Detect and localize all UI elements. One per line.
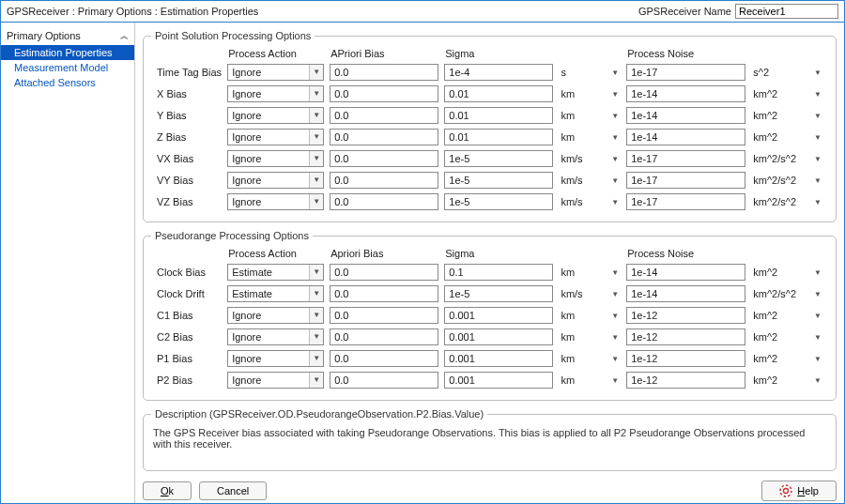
- process-noise-input[interactable]: 1e-14: [626, 85, 745, 102]
- unit-select[interactable]: km▼: [559, 107, 621, 124]
- process-action-select[interactable]: Estimate▼: [227, 285, 324, 302]
- process-action-select[interactable]: Ignore▼: [227, 85, 324, 102]
- apriori-bias-input[interactable]: 0.0: [330, 264, 438, 281]
- unit-select[interactable]: km/s▼: [559, 193, 621, 210]
- process-noise-input[interactable]: 1e-12: [626, 372, 745, 389]
- sigma-input[interactable]: 1e-5: [444, 150, 553, 167]
- group-point-solution-legend: Point Solution Processing Options: [151, 30, 315, 41]
- process-noise-input[interactable]: 1e-14: [626, 107, 745, 124]
- chevron-down-icon: ▼: [812, 376, 823, 385]
- cancel-button[interactable]: Cancel: [199, 481, 267, 500]
- process-action-select[interactable]: Ignore▼: [227, 193, 324, 210]
- sigma-input[interactable]: 0.001: [444, 372, 553, 389]
- process-action-select[interactable]: Ignore▼: [227, 107, 324, 124]
- process-noise-input[interactable]: 1e-17: [626, 150, 745, 167]
- apriori-bias-input[interactable]: 0.0: [330, 85, 438, 102]
- unit-select[interactable]: km▼: [559, 372, 621, 389]
- sigma-input[interactable]: 0.01: [444, 107, 553, 124]
- unit-select[interactable]: km/s▼: [559, 150, 621, 167]
- chevron-down-icon: ▼: [309, 65, 323, 80]
- unit-select[interactable]: km▼: [559, 264, 621, 281]
- help-button[interactable]: Help: [761, 481, 837, 501]
- ok-button[interactable]: Ok: [143, 481, 192, 500]
- apriori-bias-input[interactable]: 0.0: [330, 172, 438, 189]
- sigma-input[interactable]: 1e-5: [444, 172, 553, 189]
- unit-select[interactable]: km▼: [559, 85, 621, 102]
- process-noise-input[interactable]: 1e-14: [626, 264, 745, 281]
- unit-select[interactable]: km^2/s^2▼: [751, 285, 823, 302]
- unit-select[interactable]: km▼: [559, 350, 621, 367]
- sigma-input[interactable]: 1e-5: [444, 193, 553, 210]
- unit-select[interactable]: s▼: [559, 64, 621, 81]
- process-noise-input[interactable]: 1e-17: [626, 193, 745, 210]
- process-action-select[interactable]: Ignore▼: [227, 150, 324, 167]
- process-noise-input[interactable]: 1e-12: [626, 307, 745, 324]
- receiver-name-input[interactable]: [735, 4, 838, 19]
- apriori-bias-input[interactable]: 0.0: [330, 193, 438, 210]
- process-noise-input[interactable]: 1e-14: [626, 129, 745, 145]
- sidebar-item[interactable]: Attached Sensors: [1, 75, 134, 90]
- unit-select[interactable]: km^2▼: [751, 129, 823, 145]
- apriori-bias-input[interactable]: 0.0: [330, 129, 438, 145]
- col-sigma: Sigma: [443, 48, 554, 60]
- apriori-bias-input[interactable]: 0.0: [330, 328, 438, 345]
- unit-select[interactable]: km^2/s^2▼: [751, 150, 823, 167]
- apriori-bias-input[interactable]: 0.0: [330, 285, 438, 302]
- apriori-bias-input[interactable]: 0.0: [330, 372, 438, 389]
- unit-select[interactable]: km^2▼: [751, 372, 823, 389]
- unit-select[interactable]: km^2/s^2▼: [751, 193, 823, 210]
- unit-select[interactable]: km^2▼: [751, 264, 823, 281]
- unit-select[interactable]: km/s▼: [559, 172, 621, 189]
- apriori-bias-input[interactable]: 0.0: [330, 350, 438, 367]
- chevron-down-icon: ▼: [609, 69, 621, 77]
- table-row: VY BiasIgnore▼0.01e-5km/s▼1e-17km^2/s^2▼: [155, 171, 824, 190]
- table-row: Time Tag BiasIgnore▼0.01e-4s▼1e-17s^2▼: [155, 63, 824, 82]
- apriori-bias-input[interactable]: 0.0: [330, 64, 438, 81]
- apriori-bias-input[interactable]: 0.0: [330, 307, 438, 324]
- sidebar-header[interactable]: Primary Options ︽: [1, 28, 134, 45]
- sigma-input[interactable]: 0.01: [444, 129, 553, 145]
- process-action-select[interactable]: Ignore▼: [227, 350, 324, 367]
- chevron-down-icon: ▼: [812, 112, 823, 120]
- unit-select[interactable]: km^2▼: [751, 307, 823, 324]
- process-noise-input[interactable]: 1e-12: [626, 350, 745, 367]
- table-row: P1 BiasIgnore▼0.00.001km▼1e-12km^2▼: [155, 349, 824, 368]
- process-action-select[interactable]: Ignore▼: [227, 129, 324, 145]
- unit-select[interactable]: km^2▼: [751, 328, 823, 345]
- sigma-input[interactable]: 1e-4: [444, 64, 553, 81]
- process-action-select[interactable]: Estimate▼: [227, 264, 324, 281]
- process-action-select[interactable]: Ignore▼: [227, 307, 324, 324]
- unit-select[interactable]: km^2▼: [751, 107, 823, 124]
- sigma-input[interactable]: 1e-5: [444, 285, 553, 302]
- sigma-input[interactable]: 0.001: [444, 307, 553, 324]
- apriori-bias-input[interactable]: 0.0: [330, 107, 438, 124]
- sigma-input[interactable]: 0.001: [444, 328, 553, 345]
- unit-select[interactable]: km^2▼: [751, 85, 823, 102]
- process-noise-input[interactable]: 1e-17: [626, 64, 745, 81]
- process-noise-input[interactable]: 1e-14: [626, 285, 745, 302]
- table-row: P2 BiasIgnore▼0.00.001km▼1e-12km^2▼: [155, 371, 824, 389]
- unit-select[interactable]: km^2/s^2▼: [751, 172, 823, 189]
- process-action-select[interactable]: Ignore▼: [227, 172, 324, 189]
- process-action-select[interactable]: Ignore▼: [227, 328, 324, 345]
- sidebar: Primary Options ︽ Estimation PropertiesM…: [1, 23, 135, 503]
- apriori-bias-input[interactable]: 0.0: [330, 150, 438, 167]
- process-action-select[interactable]: Ignore▼: [227, 372, 324, 389]
- unit-select[interactable]: km^2▼: [751, 350, 823, 367]
- process-noise-input[interactable]: 1e-12: [626, 328, 745, 345]
- process-action-select[interactable]: Ignore▼: [227, 64, 324, 81]
- unit-select[interactable]: km▼: [559, 307, 621, 324]
- svg-point-1: [784, 489, 789, 494]
- unit-select[interactable]: km/s▼: [559, 285, 621, 302]
- dialog-body: Primary Options ︽ Estimation PropertiesM…: [1, 23, 844, 503]
- unit-select[interactable]: km▼: [559, 129, 621, 145]
- sigma-input[interactable]: 0.1: [444, 264, 553, 281]
- sidebar-item[interactable]: Measurement Model: [1, 60, 134, 75]
- unit-select[interactable]: km▼: [559, 328, 621, 345]
- sigma-input[interactable]: 0.001: [444, 350, 553, 367]
- sigma-input[interactable]: 0.01: [444, 85, 553, 102]
- sidebar-item[interactable]: Estimation Properties: [1, 45, 134, 60]
- unit-select[interactable]: s^2▼: [751, 64, 823, 81]
- process-noise-input[interactable]: 1e-17: [626, 172, 745, 189]
- row-label: VZ Bias: [155, 192, 223, 211]
